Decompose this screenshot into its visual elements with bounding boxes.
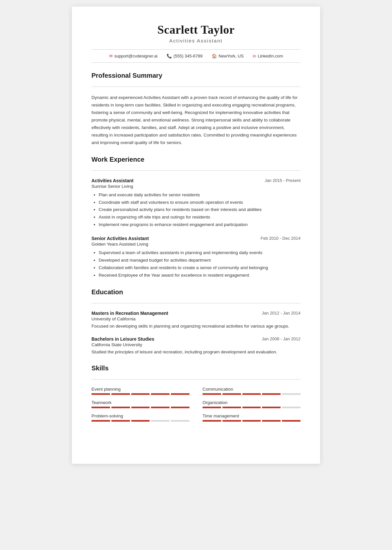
skill-bar-filled-segment xyxy=(242,420,261,422)
email-value: support@cvdesigner.ai xyxy=(114,54,157,58)
location-contact: 🏠 NewYork, US xyxy=(212,54,244,58)
skill-item: Communication xyxy=(203,387,301,395)
skill-bar-filled-segment xyxy=(262,420,281,422)
job-title: Senior Activities Assistant xyxy=(91,236,149,241)
skill-bar-filled-segment xyxy=(171,393,189,395)
linkedin-icon: in xyxy=(253,54,256,58)
skill-bar-filled-segment xyxy=(222,393,241,395)
skill-bar-filled-segment xyxy=(203,420,221,422)
job-title: Activities Assistant xyxy=(91,178,134,183)
candidate-name: Scarlett Taylor xyxy=(91,23,301,37)
summary-section: Professional Summary Dynamic and experie… xyxy=(91,72,301,147)
education-section: Education Masters in Recreation Manageme… xyxy=(91,288,301,355)
edu-date: Jan 2008 - Jan 2012 xyxy=(262,336,301,341)
location-icon: 🏠 xyxy=(212,54,217,58)
edu-school: California State University xyxy=(91,342,154,347)
skill-bar-filled-segment xyxy=(131,407,150,408)
summary-text: Dynamic and experienced Activities Assis… xyxy=(91,94,301,147)
email-icon: ✉ xyxy=(109,54,113,58)
skill-item: Time management xyxy=(203,413,301,422)
job-left: Senior Activities AssistantGolden Years … xyxy=(91,236,149,247)
work-experience-section: Work Experience Activities AssistantSunr… xyxy=(91,156,301,279)
job-company: Golden Years Assisted Living xyxy=(91,242,149,247)
edu-header: Bachelors in Leisure StudiesCalifornia S… xyxy=(91,336,301,347)
summary-divider xyxy=(91,87,301,87)
skill-bar xyxy=(91,407,189,408)
job-bullet: Developed and managed budget for activit… xyxy=(99,257,301,264)
skill-item: Teamwork xyxy=(91,400,189,408)
job-block: Senior Activities AssistantGolden Years … xyxy=(91,236,301,279)
jobs-container: Activities AssistantSunrise Senior Livin… xyxy=(91,178,301,279)
skill-bar xyxy=(203,420,301,422)
job-header: Senior Activities AssistantGolden Years … xyxy=(91,236,301,247)
skill-name: Problem-solving xyxy=(91,413,189,418)
edu-desc: Studied the principles of leisure and re… xyxy=(91,348,301,356)
job-bullet: Assist in organizing off-site trips and … xyxy=(99,214,301,221)
email-contact: ✉ support@cvdesigner.ai xyxy=(109,54,157,58)
skill-bar-filled-segment xyxy=(91,420,110,422)
skill-bar-filled-segment xyxy=(131,393,150,395)
skill-bar-filled-segment xyxy=(222,407,241,408)
skill-bar-filled-segment xyxy=(262,393,281,395)
linkedin-contact: in LinkedIn.com xyxy=(253,54,283,58)
edu-degree: Bachelors in Leisure Studies xyxy=(91,336,154,342)
skill-item: Event planning xyxy=(91,387,189,395)
skill-name: Event planning xyxy=(91,387,189,392)
job-bullet: Implement new programs to enhance reside… xyxy=(99,221,301,229)
skill-name: Time management xyxy=(203,413,301,418)
location-value: NewYork, US xyxy=(219,54,244,58)
linkedin-value: LinkedIn.com xyxy=(258,54,283,58)
job-bullet: Received Employee of the Year award for … xyxy=(99,272,301,279)
skill-name: Organization xyxy=(203,400,301,405)
edu-container: Masters in Recreation ManagementUniversi… xyxy=(91,311,301,355)
job-bullet: Coordinate with staff and volunteers to … xyxy=(99,199,301,206)
contact-bar: ✉ support@cvdesigner.ai 📞 (555) 345-6789… xyxy=(91,49,301,63)
edu-header: Masters in Recreation ManagementUniversi… xyxy=(91,311,301,321)
education-title: Education xyxy=(91,288,301,296)
work-experience-title: Work Experience xyxy=(91,156,301,163)
edu-date: Jan 2012 - Jan 2014 xyxy=(262,311,301,315)
skill-bar-empty-segment xyxy=(151,420,170,422)
skill-bar-filled-segment xyxy=(111,407,130,408)
skill-bar-filled-segment xyxy=(282,420,301,422)
job-block: Activities AssistantSunrise Senior Livin… xyxy=(91,178,301,229)
job-bullet: Supervised a team of activities assistan… xyxy=(99,249,301,257)
skill-bar-empty-segment xyxy=(282,393,301,395)
job-date: Jan 2015 - Present xyxy=(265,178,301,183)
edu-desc: Focused on developing skills in planning… xyxy=(91,323,301,330)
job-bullet: Plan and execute daily activities for se… xyxy=(99,191,301,199)
summary-title: Professional Summary xyxy=(91,72,301,79)
skills-divider xyxy=(91,379,301,380)
skill-bar-filled-segment xyxy=(171,407,189,408)
phone-icon: 📞 xyxy=(167,54,172,58)
edu-school: University of California xyxy=(91,316,168,321)
job-bullets: Supervised a team of activities assistan… xyxy=(91,249,301,279)
skill-bar-empty-segment xyxy=(171,420,189,422)
header-section: Scarlett Taylor Activities Assistant xyxy=(91,23,301,43)
skill-bar-filled-segment xyxy=(242,393,261,395)
edu-degree: Masters in Recreation Management xyxy=(91,311,168,316)
job-company: Sunrise Senior Living xyxy=(91,184,134,189)
job-date: Feb 2010 - Dec 2014 xyxy=(261,236,301,241)
resume-page: Scarlett Taylor Activities Assistant ✉ s… xyxy=(72,7,320,464)
skill-bar xyxy=(203,407,301,408)
skills-title: Skills xyxy=(91,364,301,372)
skill-item: Problem-solving xyxy=(91,413,189,422)
skill-bar-filled-segment xyxy=(111,393,130,395)
skill-bar xyxy=(203,393,301,395)
skill-name: Teamwork xyxy=(91,400,189,405)
skill-bar-filled-segment xyxy=(131,420,150,422)
skill-bar-filled-segment xyxy=(91,393,110,395)
skill-bar-empty-segment xyxy=(282,407,301,408)
edu-left: Masters in Recreation ManagementUniversi… xyxy=(91,311,168,321)
skill-bar-filled-segment xyxy=(203,407,221,408)
job-left: Activities AssistantSunrise Senior Livin… xyxy=(91,178,134,189)
skill-bar-filled-segment xyxy=(111,420,130,422)
education-divider xyxy=(91,303,301,303)
skill-bar-filled-segment xyxy=(203,393,221,395)
skill-bar-filled-segment xyxy=(242,407,261,408)
skill-bar-filled-segment xyxy=(151,393,170,395)
job-bullet: Collaborated with families and residents… xyxy=(99,264,301,272)
job-bullet: Create personalized activity plans for r… xyxy=(99,206,301,214)
candidate-title: Activities Assistant xyxy=(91,38,301,43)
